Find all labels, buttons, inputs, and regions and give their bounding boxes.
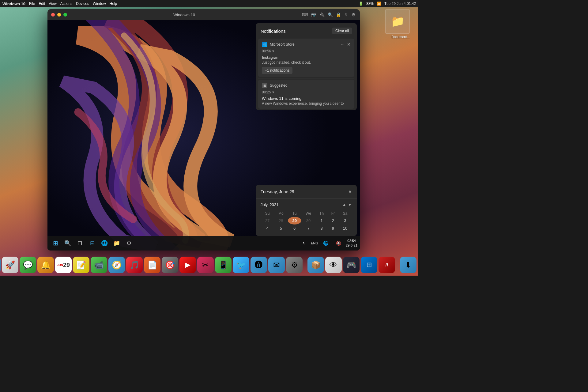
menubar-app-name[interactable]: Windows 10: [2, 2, 25, 6]
dock-facetime[interactable]: 📹: [91, 257, 107, 273]
cal-day-2[interactable]: 2: [328, 217, 338, 224]
suggested-time-chevron-icon[interactable]: ▾: [272, 90, 274, 94]
cal-day-1[interactable]: 1: [315, 217, 328, 224]
dock-pages[interactable]: 📄: [144, 257, 160, 273]
menubar-actions[interactable]: Actions: [60, 2, 72, 6]
dock-downloads[interactable]: ⬇: [400, 257, 417, 273]
menubar-window[interactable]: Window: [93, 2, 106, 6]
vm-mic-icon[interactable]: 🎙: [344, 12, 349, 18]
menubar-file[interactable]: File: [29, 2, 35, 6]
dock-youtube[interactable]: ▶: [179, 257, 196, 273]
menubar-edit[interactable]: Edit: [39, 2, 45, 6]
traffic-light-maximize[interactable]: [63, 13, 67, 17]
taskbar-start-button[interactable]: ⊞: [50, 238, 61, 249]
taskbar-settings-button[interactable]: ⚙: [123, 238, 134, 249]
tray-time-block[interactable]: 02:54 29-6-21: [346, 239, 357, 248]
cal-day-7[interactable]: 7: [301, 224, 316, 232]
traffic-light-close[interactable]: [51, 13, 55, 17]
taskbar-explorer-button[interactable]: 📁: [111, 238, 122, 249]
cal-day-9[interactable]: 9: [328, 224, 338, 232]
dock-trash[interactable]: 🗑: [418, 257, 418, 273]
notif-close-icon[interactable]: ✕: [347, 42, 351, 47]
taskbar-taskview-button[interactable]: ❑: [74, 238, 85, 249]
dock-notification[interactable]: 🔔: [37, 257, 54, 273]
cal-collapse-button[interactable]: ∧: [348, 189, 352, 194]
taskbar-tray-expand[interactable]: ∧: [298, 238, 309, 249]
cal-day-27[interactable]: 27: [261, 217, 274, 224]
mail-icon: ✉: [273, 260, 280, 270]
taskbar-left: ⊞ 🔍 ❑ ⊟ 🌐 📁 ⚙: [50, 238, 134, 249]
cal-next-button[interactable]: ▼: [348, 202, 352, 207]
task-view-icon: ❑: [78, 240, 82, 246]
dock-calendar[interactable]: JUN 29: [55, 257, 72, 273]
notif-more-button[interactable]: +1 notifications: [262, 67, 292, 74]
dock-parallels[interactable]: //: [379, 257, 395, 273]
dock-finder[interactable]: 🙂: [0, 257, 1, 273]
notif-content-body-1: Just got installed, check it out.: [262, 60, 351, 65]
dock-notes[interactable]: 📝: [73, 257, 89, 273]
dock-preview[interactable]: 👁: [325, 257, 342, 273]
dock-launchpad[interactable]: 🚀: [2, 257, 18, 273]
desktop-folder-label: Document...: [385, 35, 416, 39]
dock-system-prefs[interactable]: ⚙: [286, 257, 303, 273]
cal-day-30[interactable]: 30: [301, 217, 316, 224]
dock-windows[interactable]: ⊞: [361, 257, 377, 273]
dock-dropbox[interactable]: 📦: [307, 257, 324, 273]
cal-day-10[interactable]: 10: [338, 224, 352, 232]
cal-day-3[interactable]: 3: [338, 217, 352, 224]
vm-toolbar: ⌨ 📷 🔌 🔍 🔒 🎙 ⚙: [301, 12, 356, 18]
win-taskbar: ⊞ 🔍 ❑ ⊟ 🌐 📁 ⚙: [47, 236, 360, 251]
menubar-help[interactable]: Help: [110, 2, 117, 6]
dock-music[interactable]: 🎵: [126, 257, 143, 273]
desktop-folder-icon[interactable]: 📁: [385, 9, 410, 34]
suggested-label: Suggested: [270, 83, 287, 88]
dock-appstore[interactable]: 🅐: [251, 257, 267, 273]
tray-network-icon[interactable]: 🌐: [320, 238, 331, 249]
notif-more-options-icon[interactable]: ···: [341, 42, 345, 47]
cal-day-5[interactable]: 5: [274, 224, 288, 232]
menubar-devices[interactable]: Devices: [76, 2, 89, 6]
dock-kolibri[interactable]: ✂: [197, 257, 214, 273]
vm-lock-icon[interactable]: 🔒: [335, 12, 342, 18]
magic-bullet-icon: 🎯: [165, 260, 175, 270]
tray-volume-icon[interactable]: 🔇: [333, 238, 344, 249]
vm-titlebar: Windows 10 ⌨ 📷 🔌 🔍 🔒 🎙 ⚙: [47, 9, 360, 20]
vm-keyboard-icon[interactable]: ⌨: [301, 12, 309, 18]
dock-safari[interactable]: 🧭: [108, 257, 125, 273]
cal-prev-button[interactable]: ▲: [342, 202, 346, 207]
vm-zoom-icon[interactable]: 🔍: [327, 12, 334, 18]
dock-whatsapp[interactable]: 📱: [215, 257, 232, 273]
cal-day-28[interactable]: 28: [274, 217, 288, 224]
launchpad-icon: 🚀: [5, 260, 15, 270]
vm-gear-icon[interactable]: ⚙: [351, 12, 356, 18]
whatsapp-icon: 📱: [218, 260, 228, 270]
cal-day-29-today[interactable]: 29: [288, 217, 301, 224]
vm-screenshot-icon[interactable]: 📷: [311, 12, 317, 18]
cal-weekday-mo: Mo: [274, 210, 288, 217]
calendar-grid: Su Mo Tu We Th Fr Sa 27 28: [261, 210, 352, 232]
cal-day-8[interactable]: 8: [315, 224, 328, 232]
cal-weekday-th: Th: [315, 210, 328, 217]
dock-magic-bullet[interactable]: 🎯: [162, 257, 178, 273]
cal-month-title: July, 2021: [261, 202, 278, 207]
vm-usb-icon[interactable]: 🔌: [319, 12, 325, 18]
taskbar-edge-button[interactable]: 🌐: [99, 238, 110, 249]
network-icon: 🌐: [323, 241, 328, 246]
dock-steam[interactable]: 🎮: [343, 257, 360, 273]
dock-messages[interactable]: 💬: [20, 257, 36, 273]
taskbar-search-button[interactable]: 🔍: [62, 238, 73, 249]
tray-language[interactable]: ENG: [311, 241, 318, 245]
taskbar-widgets-button[interactable]: ⊟: [87, 238, 98, 249]
dock-twitter[interactable]: 🐦: [233, 257, 249, 273]
cal-day-4[interactable]: 4: [261, 224, 274, 232]
traffic-light-minimize[interactable]: [57, 13, 61, 17]
notif-time-chevron-icon[interactable]: ▾: [272, 49, 274, 53]
cal-day-6[interactable]: 6: [288, 224, 301, 232]
clear-all-button[interactable]: Clear all: [332, 28, 352, 34]
tray-time: 02:54: [346, 239, 357, 243]
menubar-right: 🔋 88% 📶 Tue 29 Jun 4:01:42: [359, 2, 416, 6]
explorer-icon: 📁: [113, 240, 120, 247]
menubar-view[interactable]: View: [49, 2, 57, 6]
dock-mail[interactable]: ✉: [268, 257, 285, 273]
youtube-icon: ▶: [185, 261, 190, 269]
